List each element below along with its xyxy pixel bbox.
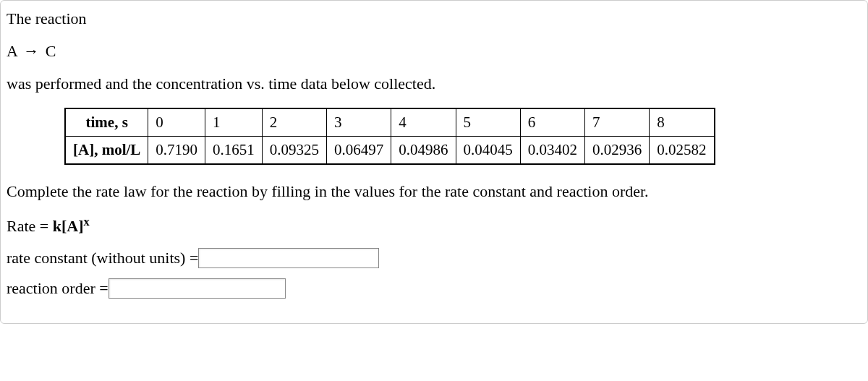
reaction-order-label: reaction order =: [7, 279, 109, 298]
rate-prefix: Rate =: [7, 218, 53, 236]
rate-exponent: x: [84, 215, 90, 228]
table-cell: 0.02936: [585, 137, 650, 165]
rate-constant-label: rate constant (without units) =: [7, 249, 198, 267]
table-cell: 0.03402: [520, 137, 584, 165]
table-cell: 6: [520, 108, 584, 137]
rate-constant-row: rate constant (without units) =: [7, 248, 861, 268]
intro-line-3: was performed and the concentration vs. …: [7, 73, 861, 95]
table-row: time, s 0 1 2 3 4 5 6 7 8: [65, 108, 715, 137]
equation-lhs: A: [7, 42, 17, 60]
table-cell: 8: [650, 108, 715, 137]
prompt-text: Complete the rate law for the reaction b…: [7, 181, 861, 203]
table-cell: 0.06497: [327, 137, 391, 165]
table-cell: 0.02582: [650, 137, 715, 165]
table-cell: 1: [205, 108, 263, 137]
reaction-order-input[interactable]: [109, 278, 286, 299]
rate-constant-input[interactable]: [198, 248, 379, 268]
table-cell: 0.04045: [456, 137, 520, 165]
reaction-order-row: reaction order =: [7, 278, 861, 299]
data-table: time, s 0 1 2 3 4 5 6 7 8 [A], mol/L 0.7…: [64, 108, 715, 165]
row-header-time: time, s: [65, 108, 148, 137]
table-cell: 0.7190: [148, 137, 205, 165]
table-cell: 0.09325: [262, 137, 326, 165]
table-cell: 5: [456, 108, 520, 137]
rate-formula: k[A]: [53, 218, 84, 236]
table-cell: 2: [262, 108, 326, 137]
equation-rhs: C: [46, 42, 56, 60]
table-cell: 0: [148, 108, 205, 137]
table-row: [A], mol/L 0.7190 0.1651 0.09325 0.06497…: [65, 137, 715, 165]
table-cell: 0.1651: [205, 137, 263, 165]
table-cell: 0.04986: [391, 137, 456, 165]
table-cell: 7: [585, 108, 650, 137]
intro-line-1: The reaction: [7, 8, 861, 30]
arrow-right-icon: →: [21, 42, 41, 60]
rate-law-expression: Rate = k[A]x: [7, 213, 861, 238]
table-cell: 3: [327, 108, 391, 137]
row-header-concentration: [A], mol/L: [65, 137, 148, 165]
question-container: The reaction A → C was performed and the…: [0, 0, 868, 324]
table-cell: 4: [391, 108, 456, 137]
reaction-equation: A → C: [7, 40, 861, 63]
